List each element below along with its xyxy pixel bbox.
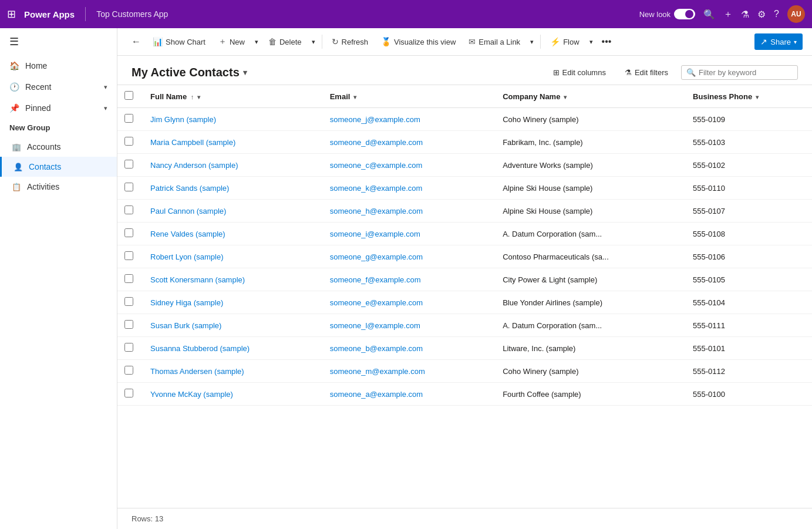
filter-input[interactable]: [699, 68, 793, 77]
grid-icon[interactable]: ⊞: [7, 8, 16, 21]
col-header-email[interactable]: Email ▾: [323, 85, 496, 108]
row-checkbox-cell: [117, 154, 143, 177]
col-header-company[interactable]: Company Name ▾: [496, 85, 686, 108]
row-company: Adventure Works (sample): [496, 154, 686, 177]
row-email[interactable]: someone_i@example.com: [323, 223, 496, 245]
row-fullname[interactable]: Rene Valdes (sample): [143, 223, 323, 245]
row-fullname[interactable]: Susanna Stubberod (sample): [143, 337, 323, 360]
row-email[interactable]: someone_m@example.com: [323, 360, 496, 383]
row-checkbox[interactable]: [124, 183, 133, 191]
table-row: Scott Konersmann (sample) someone_f@exam…: [117, 268, 812, 291]
add-icon[interactable]: ＋: [723, 8, 733, 21]
row-phone: 555-0100: [686, 383, 812, 406]
row-phone: 555-0110: [686, 177, 812, 200]
row-checkbox[interactable]: [124, 251, 133, 260]
delete-icon: 🗑: [268, 37, 277, 46]
row-fullname[interactable]: Sidney Higa (sample): [143, 291, 323, 314]
sidebar-item-recent[interactable]: 🕐 Recent ▾: [0, 76, 117, 97]
flow-caret-button[interactable]: ▾: [587, 35, 596, 49]
view-title-caret-icon[interactable]: ▾: [243, 68, 247, 77]
edit-columns-button[interactable]: ⊞ Edit columns: [547, 65, 612, 80]
help-icon[interactable]: ?: [774, 9, 779, 19]
row-fullname[interactable]: Nancy Anderson (sample): [143, 154, 323, 177]
row-email[interactable]: someone_l@example.com: [323, 314, 496, 337]
row-fullname[interactable]: Yvonne McKay (sample): [143, 383, 323, 406]
row-fullname[interactable]: Maria Campbell (sample): [143, 131, 323, 154]
new-look-toggle[interactable]: [674, 9, 695, 19]
flow-button[interactable]: ⚡ Flow: [544, 33, 585, 50]
search-icon[interactable]: 🔍: [703, 9, 715, 20]
sidebar-pinned-label: Pinned: [25, 103, 51, 113]
row-company: Alpine Ski House (sample): [496, 200, 686, 223]
row-email[interactable]: someone_a@example.com: [323, 383, 496, 406]
filter-icon[interactable]: ⚗: [741, 9, 749, 20]
sub-app-name: Top Customers App: [96, 9, 168, 19]
sidebar-item-contacts[interactable]: 👤 Contacts: [0, 157, 117, 177]
row-email[interactable]: someone_k@example.com: [323, 177, 496, 200]
row-checkbox[interactable]: [124, 389, 133, 397]
row-fullname[interactable]: Susan Burk (sample): [143, 314, 323, 337]
row-fullname[interactable]: Thomas Andersen (sample): [143, 360, 323, 383]
app-name: Power Apps: [24, 9, 75, 19]
row-checkbox[interactable]: [124, 320, 133, 329]
visualize-icon: 🏅: [381, 37, 391, 46]
row-company: Contoso Pharmaceuticals (sa...: [496, 245, 686, 268]
email-link-caret-button[interactable]: ▾: [527, 35, 537, 49]
settings-icon[interactable]: ⚙: [757, 9, 766, 20]
row-checkbox[interactable]: [124, 160, 133, 169]
sidebar-item-accounts[interactable]: 🏢 Accounts: [0, 137, 117, 157]
col-header-phone[interactable]: Business Phone ▾: [686, 85, 812, 108]
new-button[interactable]: ＋ New: [213, 33, 251, 50]
row-email[interactable]: someone_d@example.com: [323, 131, 496, 154]
edit-filters-button[interactable]: ⚗ Edit filters: [619, 65, 674, 80]
table-row: Susanna Stubberod (sample) someone_b@exa…: [117, 337, 812, 360]
row-phone: 555-0105: [686, 268, 812, 291]
row-email[interactable]: someone_h@example.com: [323, 200, 496, 223]
hamburger-menu[interactable]: ☰: [0, 28, 117, 55]
sidebar-item-activities[interactable]: 📋 Activities: [0, 177, 117, 197]
more-options-button[interactable]: •••: [597, 33, 616, 50]
row-email[interactable]: someone_g@example.com: [323, 245, 496, 268]
share-button[interactable]: ↗ Share ▾: [754, 33, 803, 50]
row-fullname[interactable]: Patrick Sands (sample): [143, 177, 323, 200]
row-checkbox[interactable]: [124, 114, 133, 123]
row-checkbox[interactable]: [124, 274, 133, 283]
email-link-button[interactable]: ✉ Email a Link: [463, 33, 526, 50]
table-header-row: Full Name ↑ ▾ Email ▾ Company Name ▾: [117, 85, 812, 108]
refresh-label: Refresh: [342, 38, 369, 46]
row-fullname[interactable]: Scott Konersmann (sample): [143, 268, 323, 291]
refresh-button[interactable]: ↻ Refresh: [326, 33, 375, 50]
row-checkbox[interactable]: [124, 228, 133, 237]
row-email[interactable]: someone_e@example.com: [323, 291, 496, 314]
row-company: Litware, Inc. (sample): [496, 337, 686, 360]
row-email[interactable]: someone_f@example.com: [323, 268, 496, 291]
show-chart-button[interactable]: 📊 Show Chart: [147, 33, 211, 50]
sidebar-item-pinned[interactable]: 📌 Pinned ▾: [0, 97, 117, 119]
col-header-fullname[interactable]: Full Name ↑ ▾: [143, 85, 323, 108]
row-checkbox[interactable]: [124, 343, 133, 352]
sidebar-item-home[interactable]: 🏠 Home: [0, 55, 117, 76]
row-checkbox[interactable]: [124, 137, 133, 146]
row-email[interactable]: someone_c@example.com: [323, 154, 496, 177]
table-row: Sidney Higa (sample) someone_e@example.c…: [117, 291, 812, 314]
top-nav: ⊞ Power Apps Top Customers App New look …: [0, 0, 812, 28]
row-checkbox[interactable]: [124, 366, 133, 375]
delete-label: Delete: [279, 38, 302, 46]
select-all-checkbox[interactable]: [124, 91, 133, 100]
row-fullname[interactable]: Robert Lyon (sample): [143, 245, 323, 268]
row-fullname[interactable]: Jim Glynn (sample): [143, 108, 323, 131]
new-caret-button[interactable]: ▾: [252, 35, 261, 49]
plus-icon: ＋: [218, 36, 227, 47]
edit-columns-icon: ⊞: [553, 68, 560, 77]
visualize-button[interactable]: 🏅 Visualize this view: [375, 33, 461, 50]
row-fullname[interactable]: Paul Cannon (sample): [143, 200, 323, 223]
row-checkbox[interactable]: [124, 205, 133, 214]
delete-caret-button[interactable]: ▾: [309, 35, 318, 49]
avatar[interactable]: AU: [787, 5, 805, 23]
row-email[interactable]: someone_b@example.com: [323, 337, 496, 360]
row-phone: 555-0109: [686, 108, 812, 131]
back-button[interactable]: ←: [127, 33, 146, 50]
row-email[interactable]: someone_j@example.com: [323, 108, 496, 131]
delete-button[interactable]: 🗑 Delete: [262, 33, 308, 50]
row-checkbox[interactable]: [124, 297, 133, 306]
